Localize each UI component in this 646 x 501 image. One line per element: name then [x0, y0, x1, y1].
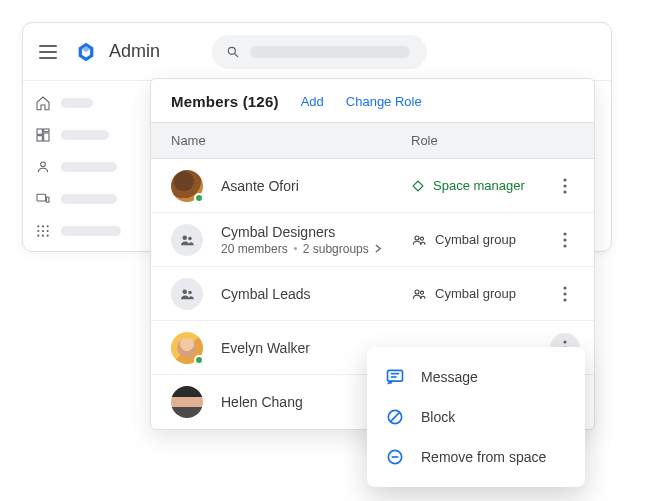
sidebar-item[interactable]: [35, 95, 131, 111]
space-manager-icon: [411, 179, 425, 193]
avatar: [171, 224, 203, 256]
svg-rect-5: [37, 129, 42, 134]
member-name: Cymbal Designers: [221, 224, 411, 240]
svg-point-26: [188, 236, 191, 239]
svg-point-18: [37, 235, 39, 237]
group-icon: [411, 232, 427, 248]
svg-rect-6: [44, 129, 49, 132]
svg-point-29: [563, 232, 566, 235]
svg-point-23: [563, 184, 566, 187]
svg-point-20: [47, 235, 49, 237]
svg-point-12: [37, 225, 39, 227]
admin-title: Admin: [109, 41, 160, 62]
dashboard-icon: [35, 127, 51, 143]
svg-rect-10: [37, 194, 46, 201]
search-input[interactable]: [212, 35, 427, 69]
avatar: [171, 332, 203, 364]
admin-sidebar: [23, 81, 143, 251]
row-overflow-button[interactable]: [550, 279, 580, 309]
svg-rect-21: [413, 181, 423, 191]
dropdown-label: Remove from space: [421, 449, 546, 465]
admin-header: Admin: [23, 23, 611, 81]
dropdown-label: Message: [421, 369, 478, 385]
member-role: Space manager: [411, 178, 550, 193]
kebab-icon: [563, 232, 567, 248]
svg-point-36: [563, 286, 566, 289]
svg-point-31: [563, 244, 566, 247]
dropdown-item-block[interactable]: Block: [367, 397, 585, 437]
group-avatar-icon: [178, 231, 196, 249]
members-title: Members (126): [171, 93, 279, 110]
sidebar-item[interactable]: [35, 191, 131, 207]
change-role-button[interactable]: Change Role: [346, 94, 422, 109]
members-column-header: Name Role: [151, 122, 594, 159]
member-row[interactable]: Asante Ofori Space manager: [151, 159, 594, 213]
svg-point-9: [41, 162, 46, 167]
presence-online-icon: [194, 193, 204, 203]
member-row[interactable]: Cymbal Designers 20 members 2 subgroups …: [151, 213, 594, 267]
svg-point-32: [183, 289, 188, 294]
avatar: [171, 278, 203, 310]
member-name: Cymbal Leads: [221, 286, 411, 302]
home-icon: [35, 95, 51, 111]
svg-point-16: [42, 230, 44, 232]
row-actions-dropdown: Message Block Remove from space: [367, 347, 585, 487]
svg-point-19: [42, 235, 44, 237]
svg-point-15: [37, 230, 39, 232]
presence-online-icon: [194, 355, 204, 365]
chevron-right-icon: [375, 244, 382, 253]
block-icon: [385, 407, 405, 427]
dropdown-item-remove[interactable]: Remove from space: [367, 437, 585, 477]
group-avatar-icon: [178, 285, 196, 303]
apps-icon: [35, 223, 51, 239]
svg-point-28: [420, 237, 423, 240]
svg-rect-8: [37, 136, 42, 141]
dropdown-label: Block: [421, 409, 455, 425]
kebab-icon: [563, 178, 567, 194]
column-name-header: Name: [171, 133, 411, 148]
svg-point-35: [420, 291, 423, 294]
remove-icon: [385, 447, 405, 467]
svg-point-24: [563, 190, 566, 193]
sidebar-item[interactable]: [35, 159, 131, 175]
members-header: Members (126) Add Change Role: [151, 79, 594, 122]
svg-point-25: [183, 235, 188, 240]
svg-point-14: [47, 225, 49, 227]
svg-point-39: [563, 340, 566, 343]
add-button[interactable]: Add: [301, 94, 324, 109]
dropdown-item-message[interactable]: Message: [367, 357, 585, 397]
search-placeholder: [250, 46, 410, 58]
search-icon: [226, 45, 240, 59]
svg-point-38: [563, 298, 566, 301]
member-role: Cymbal group: [411, 286, 550, 302]
svg-rect-45: [388, 370, 403, 381]
devices-icon: [35, 191, 51, 207]
avatar: [171, 386, 203, 418]
avatar: [171, 170, 203, 202]
admin-logo-icon: [75, 41, 97, 63]
kebab-icon: [563, 286, 567, 302]
svg-point-34: [415, 290, 419, 294]
sidebar-item[interactable]: [35, 223, 131, 239]
sidebar-item[interactable]: [35, 127, 131, 143]
column-role-header: Role: [411, 133, 574, 148]
group-icon: [411, 286, 427, 302]
message-icon: [385, 367, 405, 387]
svg-point-13: [42, 225, 44, 227]
svg-point-37: [563, 292, 566, 295]
svg-point-33: [188, 290, 191, 293]
svg-point-22: [563, 178, 566, 181]
svg-line-49: [390, 412, 399, 421]
member-subtext: 20 members 2 subgroups: [221, 242, 411, 256]
svg-rect-11: [46, 197, 49, 202]
svg-line-4: [235, 53, 238, 56]
member-row[interactable]: Cymbal Leads Cymbal group: [151, 267, 594, 321]
row-overflow-button[interactable]: [550, 225, 580, 255]
svg-point-3: [228, 47, 235, 54]
row-overflow-button[interactable]: [550, 171, 580, 201]
member-name: Asante Ofori: [221, 178, 411, 194]
hamburger-menu-icon[interactable]: [39, 45, 57, 59]
people-icon: [35, 159, 51, 175]
svg-point-17: [47, 230, 49, 232]
svg-rect-7: [44, 133, 49, 141]
